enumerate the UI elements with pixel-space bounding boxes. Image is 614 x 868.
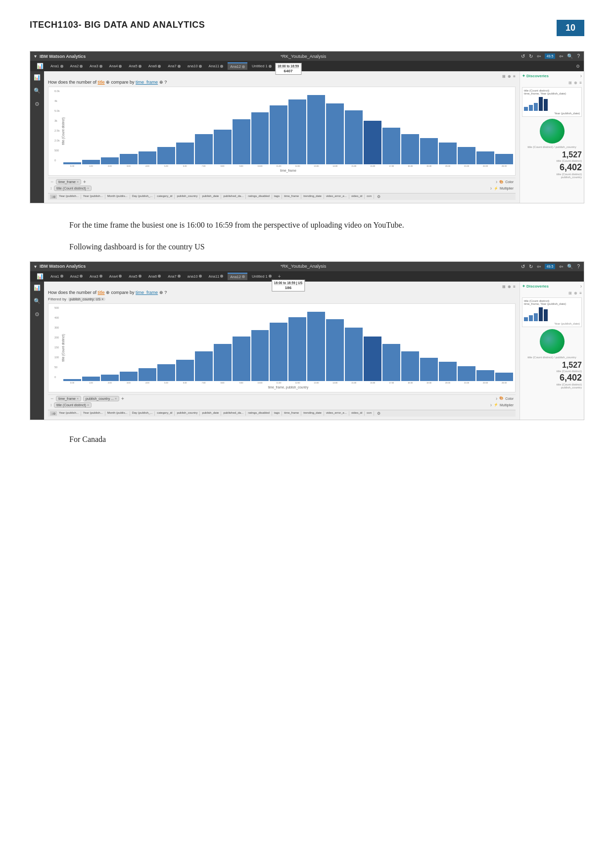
chart-bar[interactable]	[157, 147, 175, 164]
tab2-ana1[interactable]: Ana1	[48, 273, 66, 280]
chart-bar[interactable]	[139, 151, 156, 164]
time-frame-tag[interactable]: time_frame ×	[56, 179, 81, 185]
datarow2-settings-icon[interactable]: ⚙	[377, 411, 380, 416]
chart-bar[interactable]	[345, 328, 363, 381]
toolbar-icon-3[interactable]: ≡	[513, 74, 516, 79]
chart-bar[interactable]	[101, 375, 119, 381]
chart-bar[interactable]	[364, 337, 381, 381]
disco-toolbar-icon3[interactable]: ≡	[579, 81, 582, 85]
country-tag[interactable]: publish_country ... ×	[83, 396, 119, 401]
search-icon[interactable]: 🔍	[567, 53, 573, 59]
collapse-icon-2[interactable]: ▾	[34, 264, 37, 269]
vis-icon-2[interactable]: 📊	[33, 284, 42, 292]
chart-bar[interactable]	[176, 360, 194, 381]
chart-bar[interactable]	[439, 143, 457, 164]
chart-bar[interactable]	[476, 151, 494, 164]
discoveries-arrow[interactable]: ›	[580, 73, 582, 79]
toolbar-icon-2[interactable]: ⊕	[508, 74, 511, 79]
tab-ana3[interactable]: Ana3	[87, 63, 105, 69]
tab2-ana11[interactable]: Ana11	[206, 273, 226, 280]
chart-bar[interactable]	[214, 130, 232, 164]
toolbar-icon-1[interactable]: ⊞	[502, 74, 506, 79]
help-icon[interactable]: ?	[577, 53, 580, 59]
chart-bar[interactable]	[420, 358, 438, 381]
count-distinct-tag[interactable]: title (Count distinct) ×	[54, 186, 92, 191]
undo-icon-2[interactable]: ↺	[521, 264, 525, 269]
share-icon-2[interactable]: ⇦	[537, 264, 541, 269]
disco-toolbar-icon1[interactable]: ⊞	[568, 81, 572, 85]
chart-bar[interactable]	[120, 372, 138, 381]
chart-bar[interactable]	[270, 105, 287, 164]
toolbar2-icon-3[interactable]: ≡	[513, 285, 516, 289]
chart-bar[interactable]	[401, 351, 419, 381]
chart-bar[interactable]	[195, 134, 213, 164]
tab-ana7[interactable]: Ana7	[165, 63, 183, 69]
redo-icon[interactable]: ↻	[529, 53, 533, 59]
chart-bar[interactable]	[63, 379, 81, 381]
chart-bar[interactable]	[495, 373, 513, 381]
chart-bar[interactable]	[458, 366, 475, 381]
chart-bar[interactable]	[307, 312, 325, 381]
tab-ana5[interactable]: Ana5	[126, 63, 144, 69]
disco2-toolbar-icon3[interactable]: ≡	[579, 291, 582, 295]
back-icon-2[interactable]: ⇦	[559, 264, 563, 269]
chart-bar[interactable]	[326, 319, 344, 381]
chart-bar[interactable]	[364, 121, 381, 164]
add-x-axis-button[interactable]: +	[83, 179, 86, 185]
chart-bar[interactable]	[157, 364, 175, 381]
filter-tag-country[interactable]: publish_country: US ×	[68, 297, 106, 301]
x-axis-arrow[interactable]: ›	[496, 179, 497, 185]
chart-bar[interactable]	[120, 154, 138, 164]
chart-bar[interactable]	[458, 147, 475, 164]
chart-bar[interactable]	[382, 344, 400, 381]
tab2-ana6[interactable]: Ana6	[146, 273, 164, 280]
chart-bar[interactable]	[214, 344, 232, 381]
tab-settings-icon[interactable]: ⚙	[576, 64, 580, 69]
help-icon-2[interactable]: ?	[577, 264, 580, 269]
share-icon[interactable]: ⇦	[537, 53, 541, 59]
tab2-ana7[interactable]: Ana7	[165, 273, 183, 280]
tab-untitled1[interactable]: Untitled 1	[249, 63, 274, 69]
visualization-icon[interactable]: 📊	[33, 73, 42, 82]
y-axis-arrow-2[interactable]: ›	[490, 402, 492, 408]
toolbar2-icon-2[interactable]: ⊕	[508, 285, 511, 289]
tab2-ana5[interactable]: Ana5	[126, 273, 144, 280]
tab2-ana3[interactable]: Ana3	[87, 273, 105, 280]
format-icon[interactable]: ⚙	[34, 100, 41, 108]
chart-bar[interactable]	[495, 154, 513, 164]
disco-toolbar-icon2[interactable]: ⊕	[574, 81, 577, 85]
chart-bar[interactable]	[326, 103, 344, 164]
search-icon-2[interactable]: 🔍	[567, 264, 573, 269]
chart-bar[interactable]	[82, 377, 100, 381]
tab-ana1[interactable]: Ana1	[48, 63, 66, 69]
chart-bar[interactable]	[288, 317, 306, 381]
chart-bar[interactable]	[288, 99, 306, 164]
tab-ana4[interactable]: Ana4	[107, 63, 125, 69]
undo-icon[interactable]: ↺	[521, 53, 525, 59]
chart-bar[interactable]	[195, 351, 213, 381]
chart-bar[interactable]	[420, 138, 438, 164]
redo-icon-2[interactable]: ↻	[529, 264, 533, 269]
tab2-ana4[interactable]: Ana4	[107, 273, 125, 280]
tab-vis-icon[interactable]: 📊	[34, 62, 46, 70]
tab2-ana10[interactable]: ana10	[185, 273, 204, 280]
tab2-untitled1[interactable]: Untitled 1	[249, 273, 274, 280]
analysis-icon[interactable]: 🔍	[33, 87, 42, 95]
chart-bar[interactable]	[233, 119, 250, 164]
chart-bar[interactable]	[139, 368, 156, 381]
add-x-axis-button-2[interactable]: +	[121, 396, 124, 401]
chart-bar[interactable]	[270, 323, 287, 381]
chart-bar[interactable]	[401, 134, 419, 164]
tab-ana12[interactable]: Ana12	[228, 62, 247, 70]
share-button-2[interactable]: 49.5	[545, 264, 556, 269]
chart-bar[interactable]	[233, 337, 250, 381]
disco2-toolbar-icon2[interactable]: ⊕	[574, 291, 577, 295]
analysis-icon-2[interactable]: 🔍	[33, 297, 42, 305]
chart-bar[interactable]	[476, 370, 494, 381]
toolbar2-icon-1[interactable]: ⊞	[502, 285, 506, 289]
tab-ana11[interactable]: Ana11	[206, 63, 226, 69]
chart-bar[interactable]	[439, 362, 457, 381]
tab-ana10[interactable]: ana10	[185, 63, 204, 69]
chart-bar[interactable]	[101, 157, 119, 164]
chart-bar[interactable]	[82, 160, 100, 164]
